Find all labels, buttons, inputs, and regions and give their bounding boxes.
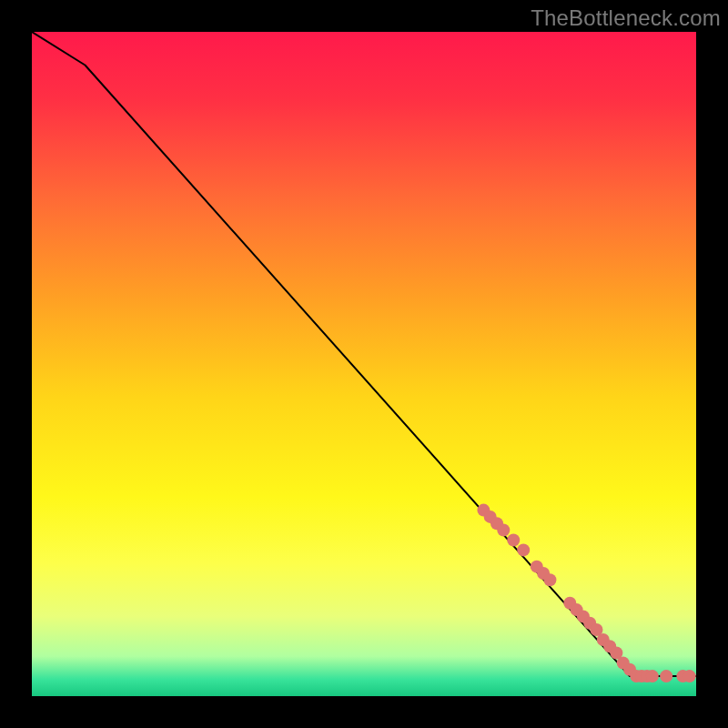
data-point — [646, 670, 659, 682]
data-point — [660, 670, 672, 682]
watermark-text: TheBottleneck.com — [531, 5, 721, 31]
data-point — [683, 670, 696, 682]
data-point — [517, 543, 530, 556]
bottleneck-chart — [32, 32, 696, 696]
chart-frame: TheBottleneck.com — [0, 0, 728, 728]
data-point — [497, 524, 510, 537]
data-point — [543, 573, 556, 586]
plot-background — [32, 32, 696, 696]
data-point — [507, 533, 520, 546]
